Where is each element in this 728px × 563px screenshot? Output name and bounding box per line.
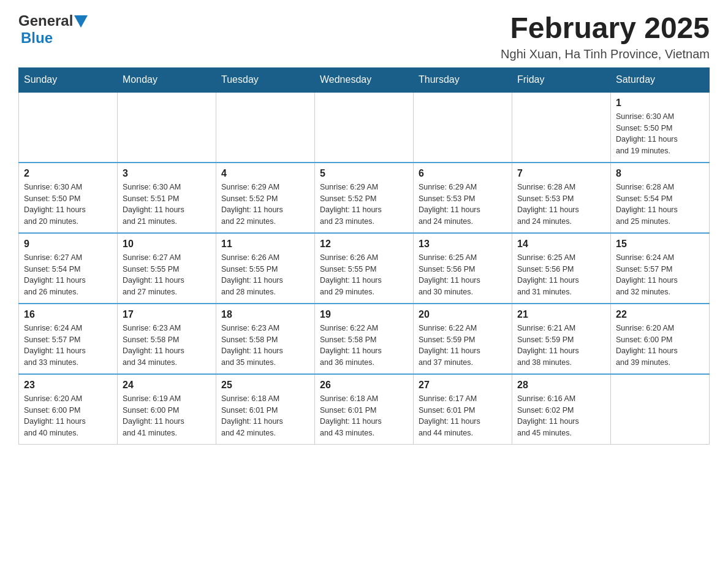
day-info: Sunrise: 6:16 AM Sunset: 6:02 PM Dayligh… (517, 393, 605, 439)
day-number: 8 (616, 168, 704, 179)
calendar-header-row: SundayMondayTuesdayWednesdayThursdayFrid… (19, 67, 710, 92)
calendar-cell: 20Sunrise: 6:22 AM Sunset: 5:59 PM Dayli… (414, 304, 512, 374)
calendar-cell: 13Sunrise: 6:25 AM Sunset: 5:56 PM Dayli… (414, 233, 512, 304)
day-info: Sunrise: 6:25 AM Sunset: 5:56 PM Dayligh… (517, 252, 605, 298)
calendar-cell: 1Sunrise: 6:30 AM Sunset: 5:50 PM Daylig… (611, 92, 710, 163)
calendar-cell (315, 92, 414, 163)
day-number: 19 (320, 309, 408, 320)
calendar-cell (19, 92, 118, 163)
day-info: Sunrise: 6:21 AM Sunset: 5:59 PM Dayligh… (517, 323, 605, 369)
day-info: Sunrise: 6:17 AM Sunset: 6:01 PM Dayligh… (419, 393, 507, 439)
calendar-cell: 3Sunrise: 6:30 AM Sunset: 5:51 PM Daylig… (118, 163, 216, 233)
calendar-cell (611, 374, 710, 445)
day-number: 7 (517, 168, 605, 179)
day-info: Sunrise: 6:30 AM Sunset: 5:50 PM Dayligh… (616, 111, 704, 157)
day-number: 23 (24, 380, 112, 391)
day-number: 28 (517, 380, 605, 391)
calendar-cell: 11Sunrise: 6:26 AM Sunset: 5:55 PM Dayli… (216, 233, 315, 304)
day-number: 1 (616, 98, 704, 109)
day-info: Sunrise: 6:23 AM Sunset: 5:58 PM Dayligh… (221, 323, 309, 369)
calendar-cell: 17Sunrise: 6:23 AM Sunset: 5:58 PM Dayli… (118, 304, 216, 374)
location-subtitle: Nghi Xuan, Ha Tinh Province, Vietnam (501, 47, 710, 61)
day-info: Sunrise: 6:22 AM Sunset: 5:58 PM Dayligh… (320, 323, 408, 369)
day-number: 21 (517, 309, 605, 320)
calendar-cell: 5Sunrise: 6:29 AM Sunset: 5:52 PM Daylig… (315, 163, 414, 233)
day-number: 6 (419, 168, 507, 179)
day-info: Sunrise: 6:28 AM Sunset: 5:53 PM Dayligh… (517, 182, 605, 228)
day-number: 14 (517, 239, 605, 250)
calendar-day-header: Sunday (19, 67, 118, 92)
calendar-cell: 6Sunrise: 6:29 AM Sunset: 5:53 PM Daylig… (414, 163, 512, 233)
svg-marker-0 (74, 15, 88, 28)
calendar-day-header: Friday (512, 67, 611, 92)
calendar-cell: 28Sunrise: 6:16 AM Sunset: 6:02 PM Dayli… (512, 374, 611, 445)
calendar-table: SundayMondayTuesdayWednesdayThursdayFrid… (18, 67, 710, 445)
calendar-week-row: 1Sunrise: 6:30 AM Sunset: 5:50 PM Daylig… (19, 92, 710, 163)
day-info: Sunrise: 6:30 AM Sunset: 5:51 PM Dayligh… (123, 182, 211, 228)
day-info: Sunrise: 6:20 AM Sunset: 6:00 PM Dayligh… (24, 393, 112, 439)
calendar-cell: 15Sunrise: 6:24 AM Sunset: 5:57 PM Dayli… (611, 233, 710, 304)
day-info: Sunrise: 6:29 AM Sunset: 5:52 PM Dayligh… (320, 182, 408, 228)
calendar-cell: 19Sunrise: 6:22 AM Sunset: 5:58 PM Dayli… (315, 304, 414, 374)
day-number: 4 (221, 168, 309, 179)
calendar-cell: 8Sunrise: 6:28 AM Sunset: 5:54 PM Daylig… (611, 163, 710, 233)
day-number: 17 (123, 309, 211, 320)
calendar-cell: 7Sunrise: 6:28 AM Sunset: 5:53 PM Daylig… (512, 163, 611, 233)
day-number: 11 (221, 239, 309, 250)
day-number: 3 (123, 168, 211, 179)
day-info: Sunrise: 6:28 AM Sunset: 5:54 PM Dayligh… (616, 182, 704, 228)
calendar-cell (216, 92, 315, 163)
day-info: Sunrise: 6:27 AM Sunset: 5:54 PM Dayligh… (24, 252, 112, 298)
day-info: Sunrise: 6:25 AM Sunset: 5:56 PM Dayligh… (419, 252, 507, 298)
day-info: Sunrise: 6:24 AM Sunset: 5:57 PM Dayligh… (24, 323, 112, 369)
month-year-title: February 2025 (501, 12, 710, 45)
calendar-cell: 18Sunrise: 6:23 AM Sunset: 5:58 PM Dayli… (216, 304, 315, 374)
day-number: 22 (616, 309, 704, 320)
calendar-cell: 26Sunrise: 6:18 AM Sunset: 6:01 PM Dayli… (315, 374, 414, 445)
calendar-cell (512, 92, 611, 163)
title-block: February 2025 Nghi Xuan, Ha Tinh Provinc… (501, 12, 710, 61)
day-number: 13 (419, 239, 507, 250)
calendar-cell: 12Sunrise: 6:26 AM Sunset: 5:55 PM Dayli… (315, 233, 414, 304)
day-info: Sunrise: 6:18 AM Sunset: 6:01 PM Dayligh… (221, 393, 309, 439)
day-number: 15 (616, 239, 704, 250)
day-number: 27 (419, 380, 507, 391)
day-info: Sunrise: 6:26 AM Sunset: 5:55 PM Dayligh… (221, 252, 309, 298)
day-info: Sunrise: 6:23 AM Sunset: 5:58 PM Dayligh… (123, 323, 211, 369)
calendar-day-header: Saturday (611, 67, 710, 92)
day-info: Sunrise: 6:24 AM Sunset: 5:57 PM Dayligh… (616, 252, 704, 298)
calendar-day-header: Thursday (414, 67, 512, 92)
calendar-day-header: Monday (118, 67, 216, 92)
day-info: Sunrise: 6:20 AM Sunset: 6:00 PM Dayligh… (616, 323, 704, 369)
calendar-cell (118, 92, 216, 163)
calendar-cell: 14Sunrise: 6:25 AM Sunset: 5:56 PM Dayli… (512, 233, 611, 304)
calendar-cell: 27Sunrise: 6:17 AM Sunset: 6:01 PM Dayli… (414, 374, 512, 445)
day-info: Sunrise: 6:30 AM Sunset: 5:50 PM Dayligh… (24, 182, 112, 228)
day-number: 12 (320, 239, 408, 250)
day-info: Sunrise: 6:29 AM Sunset: 5:52 PM Dayligh… (221, 182, 309, 228)
calendar-cell: 10Sunrise: 6:27 AM Sunset: 5:55 PM Dayli… (118, 233, 216, 304)
day-number: 9 (24, 239, 112, 250)
day-info: Sunrise: 6:22 AM Sunset: 5:59 PM Dayligh… (419, 323, 507, 369)
calendar-cell: 16Sunrise: 6:24 AM Sunset: 5:57 PM Dayli… (19, 304, 118, 374)
day-number: 5 (320, 168, 408, 179)
page-header: General Blue February 2025 Nghi Xuan, Ha… (18, 12, 710, 61)
logo-triangle-icon (74, 15, 88, 28)
calendar-week-row: 23Sunrise: 6:20 AM Sunset: 6:00 PM Dayli… (19, 374, 710, 445)
calendar-week-row: 2Sunrise: 6:30 AM Sunset: 5:50 PM Daylig… (19, 163, 710, 233)
calendar-cell: 4Sunrise: 6:29 AM Sunset: 5:52 PM Daylig… (216, 163, 315, 233)
calendar-day-header: Wednesday (315, 67, 414, 92)
calendar-cell: 2Sunrise: 6:30 AM Sunset: 5:50 PM Daylig… (19, 163, 118, 233)
calendar-cell: 23Sunrise: 6:20 AM Sunset: 6:00 PM Dayli… (19, 374, 118, 445)
calendar-cell (414, 92, 512, 163)
day-info: Sunrise: 6:18 AM Sunset: 6:01 PM Dayligh… (320, 393, 408, 439)
calendar-cell: 22Sunrise: 6:20 AM Sunset: 6:00 PM Dayli… (611, 304, 710, 374)
day-number: 20 (419, 309, 507, 320)
calendar-week-row: 9Sunrise: 6:27 AM Sunset: 5:54 PM Daylig… (19, 233, 710, 304)
logo-general-text: General (18, 12, 73, 29)
calendar-cell: 9Sunrise: 6:27 AM Sunset: 5:54 PM Daylig… (19, 233, 118, 304)
day-number: 25 (221, 380, 309, 391)
calendar-cell: 21Sunrise: 6:21 AM Sunset: 5:59 PM Dayli… (512, 304, 611, 374)
day-number: 10 (123, 239, 211, 250)
calendar-day-header: Tuesday (216, 67, 315, 92)
